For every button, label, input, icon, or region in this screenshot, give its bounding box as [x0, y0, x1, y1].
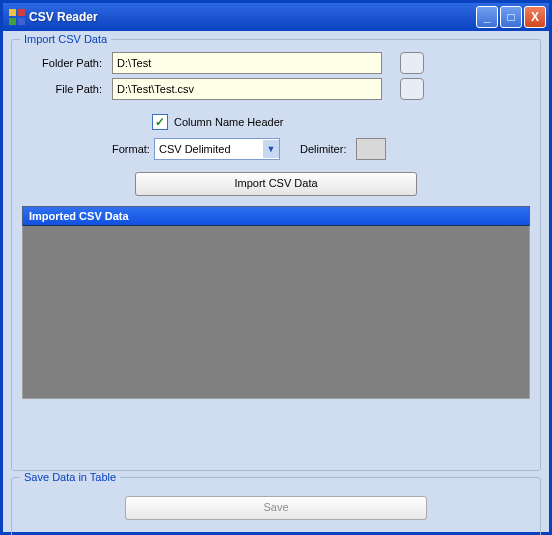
file-row: File Path: — [22, 78, 530, 100]
format-value: CSV Delimited — [159, 143, 231, 155]
header-checkbox-row: ✓ Column Name Header — [152, 114, 530, 130]
browse-file-button[interactable] — [400, 78, 424, 100]
minimize-button[interactable]: _ — [476, 6, 498, 28]
titlebar: CSV Reader _ □ X — [3, 3, 549, 31]
app-icon — [9, 9, 25, 25]
browse-folder-button[interactable] — [400, 52, 424, 74]
import-csv-button[interactable]: Import CSV Data — [135, 172, 417, 196]
format-combobox[interactable]: CSV Delimited ▼ — [154, 138, 280, 160]
file-path-label: File Path: — [22, 83, 102, 95]
column-header-label: Column Name Header — [174, 116, 283, 128]
folder-path-label: Folder Path: — [22, 57, 102, 69]
delimiter-input[interactable] — [356, 138, 386, 160]
format-row: Format: CSV Delimited ▼ Delimiter: — [112, 138, 530, 160]
folder-row: Folder Path: — [22, 52, 530, 74]
window-title: CSV Reader — [29, 10, 476, 24]
svg-rect-1 — [18, 9, 25, 16]
maximize-icon: □ — [507, 10, 514, 24]
svg-rect-3 — [18, 18, 25, 25]
grid-caption: Imported CSV Data — [22, 206, 530, 226]
save-button-label: Save — [263, 501, 288, 513]
close-button[interactable]: X — [524, 6, 546, 28]
import-groupbox: Import CSV Data Folder Path: File Path: … — [11, 39, 541, 471]
import-legend: Import CSV Data — [20, 33, 111, 45]
app-window: CSV Reader _ □ X Import CSV Data Folder … — [0, 0, 552, 535]
format-label: Format: — [112, 143, 154, 155]
data-grid[interactable] — [22, 226, 530, 399]
save-button[interactable]: Save — [125, 496, 427, 520]
import-button-label: Import CSV Data — [234, 177, 317, 189]
check-icon: ✓ — [155, 116, 165, 128]
maximize-button[interactable]: □ — [500, 6, 522, 28]
file-path-input[interactable] — [112, 78, 382, 100]
save-groupbox: Save Data in Table Save — [11, 477, 541, 535]
chevron-down-icon: ▼ — [263, 140, 279, 158]
delimiter-label: Delimiter: — [300, 143, 346, 155]
folder-path-input[interactable] — [112, 52, 382, 74]
svg-rect-0 — [9, 9, 16, 16]
svg-rect-2 — [9, 18, 16, 25]
column-header-checkbox[interactable]: ✓ — [152, 114, 168, 130]
close-icon: X — [531, 10, 539, 24]
save-legend: Save Data in Table — [20, 471, 120, 483]
minimize-icon: _ — [484, 10, 491, 24]
client-area: Import CSV Data Folder Path: File Path: … — [3, 31, 549, 532]
window-controls: _ □ X — [476, 6, 546, 28]
